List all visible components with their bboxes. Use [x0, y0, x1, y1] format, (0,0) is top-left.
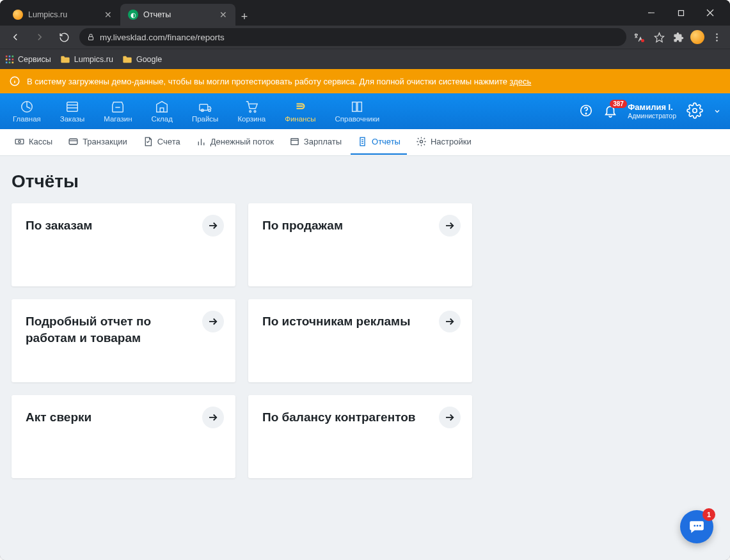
- svg-rect-32: [358, 102, 361, 112]
- nav-shop[interactable]: Магазин: [100, 97, 136, 125]
- nav-warehouse[interactable]: Склад: [148, 97, 177, 125]
- star-icon[interactable]: [652, 30, 666, 44]
- favicon-icon: [13, 10, 23, 20]
- info-icon: [9, 75, 20, 87]
- card-ad-sources[interactable]: По источникам рекламы: [248, 299, 472, 382]
- folder-icon: [60, 55, 70, 64]
- page-body: Отчёты По заказам По продажам Подробный …: [0, 156, 730, 560]
- user-role: Администратор: [628, 112, 676, 120]
- translate-icon[interactable]: [633, 30, 647, 44]
- tab-reports[interactable]: ◐ Отчеты ✕: [120, 4, 235, 26]
- nav-orders[interactable]: Заказы: [56, 97, 88, 125]
- close-icon[interactable]: ✕: [219, 10, 228, 19]
- banner-text: В систему загружены демо-данные, чтобы в…: [27, 77, 531, 86]
- nav-reference[interactable]: Справочники: [331, 97, 383, 125]
- chat-fab[interactable]: 1: [680, 510, 713, 543]
- card-reconciliation[interactable]: Акт сверки: [12, 395, 235, 478]
- svg-rect-43: [291, 139, 298, 145]
- apps-icon: [5, 55, 14, 64]
- notifications-button[interactable]: 387: [603, 104, 617, 119]
- demo-data-banner: В систему загружены демо-данные, чтобы в…: [0, 69, 730, 93]
- window-controls: [637, 3, 725, 23]
- svg-rect-15: [6, 61, 8, 63]
- svg-rect-14: [12, 58, 14, 60]
- tab-lumpics[interactable]: Lumpics.ru ✕: [5, 4, 120, 26]
- settings-button[interactable]: [686, 102, 703, 120]
- bookmarks-bar: Сервисы Lumpics.ru Google: [0, 49, 730, 69]
- subnav-transactions[interactable]: Транзакции: [61, 130, 134, 155]
- arrow-right-icon: [202, 311, 224, 332]
- maximize-button[interactable]: [666, 3, 695, 23]
- chat-badge: 1: [702, 508, 715, 521]
- subnav-cashflow[interactable]: Денежный поток: [189, 130, 280, 155]
- bookmark-label: Сервисы: [18, 55, 51, 64]
- favicon-icon: ◐: [128, 10, 138, 20]
- card-by-sales[interactable]: По продажам: [248, 203, 472, 286]
- nav-prices[interactable]: Прайсы: [188, 97, 223, 125]
- svg-point-8: [716, 40, 718, 42]
- bookmark-google[interactable]: Google: [122, 55, 162, 64]
- svg-point-7: [716, 36, 718, 38]
- card-title: По балансу контрагентов: [262, 409, 422, 426]
- close-icon[interactable]: ✕: [104, 10, 113, 19]
- svg-rect-22: [67, 102, 78, 112]
- tab-title: Отчеты: [143, 10, 171, 19]
- svg-marker-5: [655, 33, 663, 42]
- arrow-right-icon: [202, 407, 224, 428]
- svg-rect-17: [12, 61, 14, 63]
- titlebar: Lumpics.ru ✕ ◐ Отчеты ✕ +: [0, 0, 730, 26]
- nav-finance[interactable]: Финансы: [281, 97, 319, 125]
- subnav-reports[interactable]: Отчеты: [351, 130, 407, 155]
- card-title: По заказам: [26, 217, 186, 234]
- notification-badge: 387: [610, 100, 627, 108]
- subnav-salaries[interactable]: Зарплаты: [283, 130, 348, 155]
- forward-button[interactable]: [31, 28, 49, 46]
- nav-home[interactable]: Главная: [9, 97, 45, 125]
- svg-point-55: [697, 525, 699, 527]
- subnav-invoices[interactable]: Счета: [136, 130, 187, 155]
- arrow-right-icon: [439, 311, 461, 332]
- card-title: Подробный отчет по работам и товарам: [26, 313, 186, 346]
- svg-point-34: [586, 113, 587, 114]
- card-by-orders[interactable]: По заказам: [12, 203, 235, 286]
- url-text: my.livesklad.com/finance/reports: [100, 33, 225, 42]
- svg-point-37: [19, 141, 21, 143]
- svg-rect-36: [15, 139, 24, 144]
- arrow-right-icon: [439, 215, 461, 237]
- svg-rect-10: [9, 55, 11, 57]
- subnav-cashboxes[interactable]: Кассы: [8, 130, 59, 155]
- banner-link[interactable]: здесь: [510, 77, 532, 86]
- svg-rect-38: [69, 139, 77, 144]
- svg-rect-16: [9, 61, 11, 63]
- svg-point-30: [254, 111, 256, 113]
- back-button[interactable]: [6, 28, 24, 46]
- new-tab-button[interactable]: +: [235, 8, 253, 26]
- tab-strip: Lumpics.ru ✕ ◐ Отчеты ✕ +: [5, 0, 637, 26]
- arrow-right-icon: [202, 215, 224, 237]
- help-button[interactable]: [579, 104, 593, 119]
- bookmark-label: Lumpics.ru: [74, 55, 113, 64]
- user-menu[interactable]: Фамилия I. Администратор: [628, 103, 676, 120]
- card-detailed-works-goods[interactable]: Подробный отчет по работам и товарам: [12, 299, 235, 382]
- svg-point-47: [420, 140, 422, 143]
- bookmark-services[interactable]: Сервисы: [5, 55, 51, 64]
- bookmark-lumpics[interactable]: Lumpics.ru: [60, 55, 113, 64]
- subnav-settings[interactable]: Настройки: [409, 130, 478, 155]
- svg-point-56: [699, 525, 701, 527]
- card-title: Акт сверки: [26, 409, 186, 426]
- close-button[interactable]: [695, 3, 725, 23]
- svg-point-35: [693, 109, 697, 113]
- reload-button[interactable]: [55, 28, 73, 46]
- main-nav: Главная Заказы Магазин Склад Прайсы Корз…: [0, 93, 730, 129]
- nav-cart[interactable]: Корзина: [234, 97, 269, 125]
- url-input[interactable]: my.livesklad.com/finance/reports: [79, 28, 626, 46]
- menu-icon[interactable]: [710, 30, 724, 44]
- lock-icon: [87, 33, 95, 41]
- extensions-icon[interactable]: [671, 30, 685, 44]
- minimize-button[interactable]: [637, 3, 666, 23]
- arrow-right-icon: [439, 407, 461, 428]
- card-counterparty-balance[interactable]: По балансу контрагентов: [248, 395, 472, 478]
- chat-icon: [688, 518, 705, 535]
- user-name: Фамилия I.: [628, 103, 673, 113]
- profile-avatar[interactable]: [690, 30, 704, 44]
